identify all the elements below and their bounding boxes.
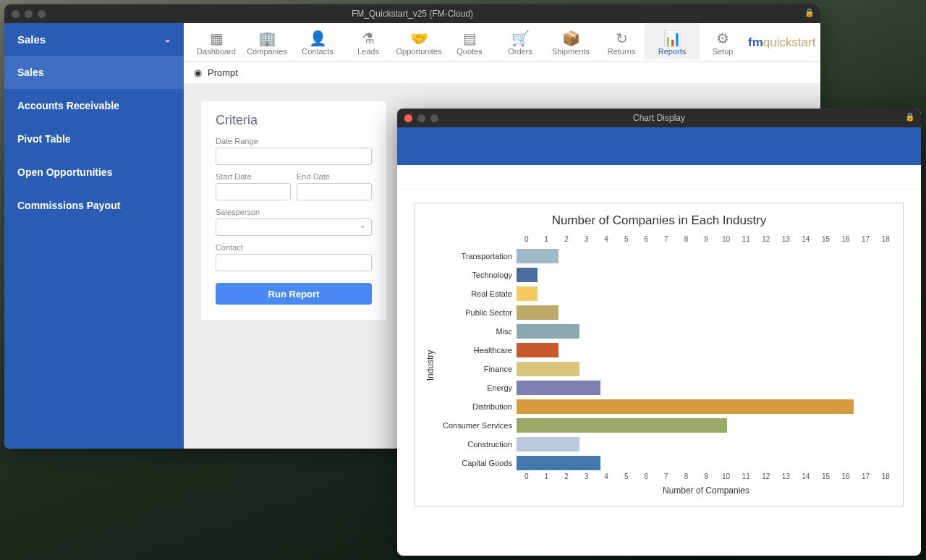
contact-label: Contact: [216, 243, 372, 252]
tab-returns[interactable]: ↻Returns: [596, 30, 647, 56]
salesperson-select[interactable]: [216, 219, 372, 236]
returns-icon: ↻: [596, 30, 647, 47]
companies-icon: 🏢: [242, 30, 292, 47]
tab-contacts[interactable]: 👤Contacts: [292, 30, 343, 56]
tab-opportunites[interactable]: 🤝Opportunites: [394, 30, 444, 56]
chart-bars: [517, 247, 896, 472]
bar-capital-goods: [517, 456, 600, 470]
chart-white-band: [397, 165, 921, 190]
chart-xlabel: Number of Companies: [517, 485, 896, 496]
contacts-icon: 👤: [292, 30, 343, 47]
close-icon[interactable]: [12, 10, 20, 18]
tab-leads[interactable]: ⚗Leads: [343, 30, 394, 56]
lock-icon: 🔒: [804, 8, 815, 17]
opportunites-icon: 🤝: [394, 30, 444, 47]
dashboard-icon: ▦: [191, 30, 242, 47]
tab-orders[interactable]: 🛒Orders: [495, 30, 545, 56]
prompt-bar: ◉ Prompt: [184, 62, 820, 84]
chart-box: Number of Companies in Each Industry Ind…: [415, 203, 904, 506]
bar-construction: [517, 437, 579, 451]
start-date-label: Start Date: [216, 172, 291, 181]
close-icon[interactable]: [404, 114, 412, 122]
chart-window-controls[interactable]: [404, 114, 438, 122]
run-report-button[interactable]: Run Report: [216, 283, 372, 305]
orders-icon: 🛒: [495, 30, 545, 47]
sidebar-header-label: Sales: [17, 33, 46, 46]
setup-icon: ⚙: [697, 30, 748, 47]
prompt-icon: ◉: [194, 67, 202, 78]
bar-technology: [517, 268, 538, 282]
tab-quotes[interactable]: ▤Quotes: [444, 30, 495, 56]
quotes-icon: ▤: [444, 30, 495, 47]
chart-category-labels: TransportationTechnologyReal EstatePubli…: [438, 235, 517, 496]
reports-icon: 📊: [647, 30, 697, 47]
bar-energy: [517, 381, 600, 395]
start-date-input[interactable]: [216, 183, 291, 200]
chart-title: Number of Companies in Each Industry: [422, 213, 896, 228]
date-range-input[interactable]: [216, 148, 372, 165]
brand-logo: fmquickstart: [748, 35, 820, 50]
end-date-input[interactable]: [297, 183, 372, 200]
zoom-icon[interactable]: [38, 10, 46, 18]
criteria-card: Criteria Date Range Start Date End Date: [201, 101, 386, 321]
criteria-heading: Criteria: [216, 113, 372, 128]
bar-public-sector: [517, 305, 558, 320]
contact-input[interactable]: [216, 254, 372, 271]
bar-consumer-services: [517, 418, 727, 433]
chart-ylabel: Industry: [425, 350, 436, 381]
minimize-icon[interactable]: [25, 10, 33, 18]
sidebar-item-commissions-payout[interactable]: Commissions Payout: [4, 189, 184, 222]
minimize-icon[interactable]: [417, 114, 425, 122]
sidebar-item-open-opportunities[interactable]: Open Opportunities: [4, 156, 184, 189]
salesperson-label: Salesperson: [216, 208, 372, 216]
window-controls[interactable]: [12, 10, 46, 18]
chart-bottom-axis: 0123456789101112131415161718: [517, 472, 896, 484]
bar-finance: [517, 362, 579, 376]
prompt-label: Prompt: [208, 67, 238, 78]
sidebar-item-pivot-table[interactable]: Pivot Table: [4, 122, 184, 156]
chart-titlebar: Chart Display 🔒: [397, 109, 921, 127]
date-range-label: Date Range: [216, 137, 372, 145]
sidebar-item-accounts-receivable[interactable]: Accounts Receivable: [4, 89, 184, 122]
sidebar-header[interactable]: Sales ⌄: [4, 23, 184, 56]
zoom-icon[interactable]: [430, 114, 438, 122]
leads-icon: ⚗: [343, 30, 394, 47]
tab-shipments[interactable]: 📦Shipments: [545, 30, 596, 56]
chart-top-axis: 0123456789101112131415161718: [517, 235, 896, 247]
tab-reports[interactable]: 📊Reports: [647, 30, 697, 56]
bar-transportation: [517, 249, 558, 263]
shipments-icon: 📦: [545, 30, 596, 47]
bar-real-estate: [517, 287, 538, 301]
chevron-down-icon: ⌄: [164, 35, 171, 44]
chart-window: Chart Display 🔒 Number of Companies in E…: [397, 109, 921, 556]
window-title: FM_Quickstart_v25 (FM-Cloud): [4, 9, 820, 19]
bar-misc: [517, 324, 579, 339]
bar-healthcare: [517, 343, 558, 357]
bar-distribution: [517, 399, 854, 414]
sidebar-item-sales[interactable]: Sales: [4, 56, 184, 89]
toolbar: ▦Dashboard🏢Companies👤Contacts⚗Leads🤝Oppo…: [184, 23, 820, 62]
lock-icon: 🔒: [905, 112, 915, 122]
sidebar: Sales ⌄ SalesAccounts ReceivablePivot Ta…: [4, 23, 184, 449]
end-date-label: End Date: [297, 172, 372, 181]
tab-companies[interactable]: 🏢Companies: [242, 30, 292, 56]
chart-window-title: Chart Display: [397, 113, 921, 123]
tab-dashboard[interactable]: ▦Dashboard: [191, 30, 242, 56]
chart-blue-band: [397, 127, 921, 165]
main-titlebar: FM_Quickstart_v25 (FM-Cloud) 🔒: [4, 4, 820, 23]
tab-setup[interactable]: ⚙Setup: [697, 30, 748, 56]
